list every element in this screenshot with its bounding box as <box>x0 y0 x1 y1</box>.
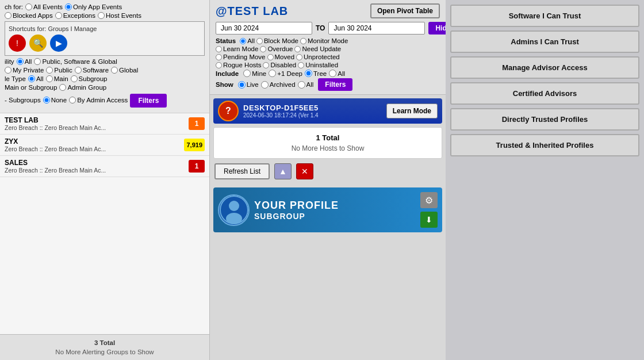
my-private-label[interactable]: My Private <box>5 67 44 74</box>
status-uninstalled-label[interactable]: Uninstalled <box>298 62 338 68</box>
status-pending-radio[interactable] <box>216 54 222 60</box>
manage-advisor-button[interactable]: Manage Advisor Access <box>450 56 639 79</box>
admin-group-label[interactable]: Admin Group <box>59 84 106 91</box>
le-main-radio[interactable] <box>46 75 53 82</box>
include-mine-label[interactable]: Mine <box>243 70 266 77</box>
global-radio[interactable] <box>111 67 118 74</box>
blocked-apps-radio[interactable] <box>5 12 12 19</box>
only-app-events-radio[interactable] <box>65 3 72 10</box>
by-admin-label[interactable]: By Admin Access <box>69 97 128 104</box>
hide-button[interactable]: Hide <box>428 22 446 35</box>
public-radio[interactable] <box>46 67 53 74</box>
le-main-label[interactable]: Main <box>46 75 68 82</box>
status-unprotected-radio[interactable] <box>296 54 302 60</box>
exceptions-label[interactable]: Exceptions <box>55 12 95 19</box>
all-events-label[interactable]: All Events <box>25 3 63 10</box>
scroll-up-button[interactable]: ▲ <box>274 163 292 179</box>
date-to-input[interactable] <box>328 22 425 35</box>
public-label[interactable]: Public <box>46 67 72 74</box>
vis-all-label[interactable]: All <box>17 58 32 65</box>
status-pending-label[interactable]: Pending Move <box>216 53 266 60</box>
by-admin-radio[interactable] <box>69 97 76 104</box>
status-monitor-radio[interactable] <box>300 38 306 44</box>
admin-group-radio[interactable] <box>59 84 66 91</box>
include-all-radio[interactable] <box>329 70 336 77</box>
status-learn-label[interactable]: Learn Mode <box>216 45 258 52</box>
trusted-inherited-button[interactable]: Trusted & Inherited Profiles <box>450 134 639 156</box>
le-subgroup-label[interactable]: Subgroup <box>71 75 108 82</box>
refresh-button[interactable]: Refresh List <box>214 163 270 179</box>
show-live-label[interactable]: Live <box>238 81 259 89</box>
include-tree-label[interactable]: Tree <box>305 70 327 77</box>
le-subgroup-radio[interactable] <box>71 75 78 82</box>
date-from-input[interactable] <box>216 22 312 35</box>
show-archived-label[interactable]: Archived <box>261 81 296 89</box>
profile-name: YOUR PROFILE <box>254 200 416 212</box>
software-radio[interactable] <box>75 67 82 74</box>
only-app-events-label[interactable]: Only App Events <box>65 3 122 10</box>
include-1deep-label[interactable]: +1 Deep <box>269 70 302 77</box>
status-monitor-label[interactable]: Monitor Mode <box>300 37 348 44</box>
vis-public-label[interactable]: Public, Software & Global <box>34 58 117 65</box>
none-label[interactable]: None <box>43 97 67 104</box>
status-overdue-label[interactable]: Overdue <box>260 45 293 52</box>
show-all-label[interactable]: All <box>298 81 314 89</box>
status-moved-radio[interactable] <box>267 54 274 60</box>
status-disabled-radio[interactable] <box>263 62 269 68</box>
status-block-label[interactable]: Block Mode <box>256 37 298 44</box>
software-label[interactable]: Software <box>75 67 109 74</box>
open-pivot-button[interactable]: Open Pivot Table <box>370 3 440 18</box>
include-mine-radio[interactable] <box>243 70 251 77</box>
show-all-radio[interactable] <box>298 81 305 89</box>
learn-mode-button[interactable]: Learn Mode <box>386 104 438 118</box>
include-tree-radio[interactable] <box>305 70 312 77</box>
shortcut-icon-search[interactable]: 🔍 <box>29 35 47 52</box>
profile-gear-button[interactable]: ⚙ <box>420 192 438 208</box>
status-all-label[interactable]: All <box>240 37 255 44</box>
vis-public-radio[interactable] <box>34 58 41 65</box>
status-need-update-label[interactable]: Need Update <box>294 45 341 52</box>
vis-all-radio[interactable] <box>17 58 24 65</box>
host-events-radio[interactable] <box>98 12 105 19</box>
close-button[interactable]: ✕ <box>296 163 313 179</box>
certified-advisors-button[interactable]: Certified Advisors <box>450 82 639 105</box>
shortcut-icon-alert[interactable]: ! <box>9 35 26 52</box>
directly-trusted-button[interactable]: Directly Trusted Profiles <box>450 108 639 131</box>
blocked-apps-label[interactable]: Blocked Apps <box>5 12 53 19</box>
left-filters-button[interactable]: Filters <box>130 94 167 108</box>
group-item-zyx[interactable]: ZYX Zero Breach :: Zero Breach Main Ac..… <box>0 135 209 156</box>
le-all-label[interactable]: All <box>28 75 44 82</box>
show-archived-radio[interactable] <box>261 81 269 89</box>
exceptions-radio[interactable] <box>55 12 62 19</box>
shortcut-icon-play[interactable]: ▶ <box>50 35 67 52</box>
global-label[interactable]: Global <box>111 67 138 74</box>
include-label: Include <box>216 70 239 77</box>
host-item[interactable]: ? DESKTOP-D1F5EE5 2024-06-30 18:17:24 (V… <box>213 98 442 124</box>
group-sub-zyx: Zero Breach :: Zero Breach Main Ac... <box>5 145 184 152</box>
admins-trust-button[interactable]: Admins I Can Trust <box>450 30 639 53</box>
status-overdue-radio[interactable] <box>260 46 266 52</box>
le-all-radio[interactable] <box>28 75 35 82</box>
software-trust-button[interactable]: Software I Can Trust <box>450 5 639 27</box>
all-events-radio[interactable] <box>25 3 32 10</box>
status-rogue-radio[interactable] <box>216 62 222 68</box>
include-all-label[interactable]: All <box>329 70 345 77</box>
include-1deep-radio[interactable] <box>269 70 276 77</box>
host-events-label[interactable]: Host Events <box>98 12 141 19</box>
status-learn-radio[interactable] <box>216 46 222 52</box>
status-moved-label[interactable]: Moved <box>267 53 295 60</box>
group-item-sales[interactable]: SALES Zero Breach :: Zero Breach Main Ac… <box>0 156 209 177</box>
none-radio[interactable] <box>43 97 50 104</box>
group-item-testlab[interactable]: TEST LAB Zero Breach :: Zero Breach Main… <box>0 113 209 135</box>
status-unprotected-label[interactable]: Unprotected <box>296 53 340 60</box>
status-disabled-label[interactable]: Disabled <box>263 62 296 68</box>
show-live-radio[interactable] <box>238 81 246 89</box>
status-all-radio[interactable] <box>240 38 246 44</box>
status-block-radio[interactable] <box>256 38 263 44</box>
profile-download-button[interactable]: ⬇ <box>420 212 438 228</box>
status-uninstalled-radio[interactable] <box>298 62 304 68</box>
mid-filters-button[interactable]: Filters <box>318 78 352 91</box>
status-rogue-label[interactable]: Rogue Hosts <box>216 62 261 68</box>
status-need-update-radio[interactable] <box>294 46 301 52</box>
my-private-radio[interactable] <box>5 67 12 74</box>
